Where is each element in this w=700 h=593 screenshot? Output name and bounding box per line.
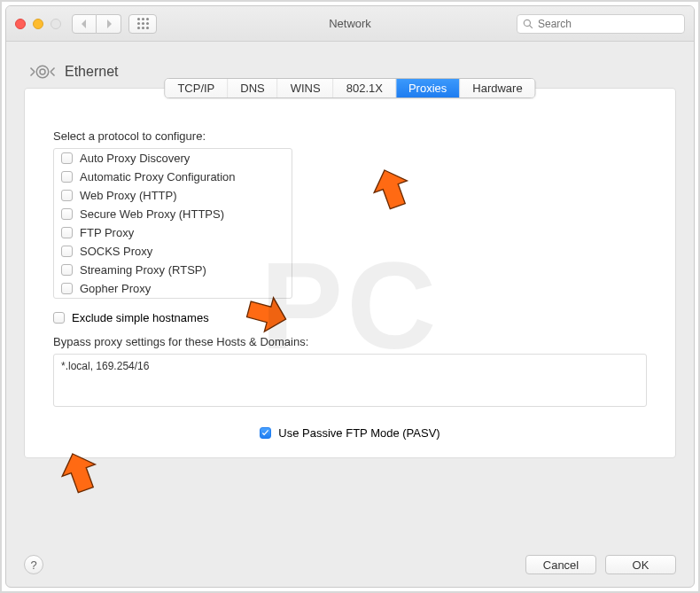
protocol-section-label: Select a protocol to configure:: [53, 129, 647, 143]
checkbox[interactable]: [61, 208, 73, 220]
forward-button[interactable]: [97, 14, 121, 34]
titlebar: Network: [6, 6, 694, 42]
protocol-label: Secure Web Proxy (HTTPS): [80, 207, 224, 221]
checkbox[interactable]: [61, 283, 73, 294]
network-window: Network Ethernet TCP/IP DNS WIN: [5, 5, 695, 588]
protocol-http[interactable]: Web Proxy (HTTP): [54, 186, 292, 205]
protocol-auto-config[interactable]: Automatic Proxy Configuration: [54, 168, 292, 186]
protocol-label: Automatic Proxy Configuration: [80, 170, 236, 183]
tab-hardware[interactable]: Hardware: [460, 79, 534, 98]
svg-point-1: [36, 66, 49, 78]
protocol-https[interactable]: Secure Web Proxy (HTTPS): [54, 205, 292, 223]
tab-bar: TCP/IP DNS WINS 802.1X Proxies Hardware: [164, 78, 535, 98]
interface-title: Ethernet: [65, 64, 118, 80]
checkbox[interactable]: [61, 227, 73, 238]
checkbox[interactable]: [61, 190, 73, 201]
pasv-row[interactable]: Use Passive FTP Mode (PASV): [53, 426, 647, 440]
search-field[interactable]: [517, 14, 685, 34]
grid-icon: [137, 18, 149, 29]
checkbox[interactable]: [61, 171, 73, 183]
window-controls: [15, 19, 61, 29]
close-icon[interactable]: [15, 19, 26, 29]
protocol-label: FTP Proxy: [80, 226, 134, 239]
svg-point-0: [40, 69, 45, 74]
checkbox[interactable]: [61, 246, 73, 257]
checkbox[interactable]: [61, 152, 73, 164]
chevron-right-icon: [105, 20, 113, 28]
exclude-checkbox[interactable]: [53, 312, 65, 324]
protocol-label: Gopher Proxy: [80, 282, 151, 295]
help-button[interactable]: ?: [24, 555, 43, 574]
protocol-label: Streaming Proxy (RTSP): [80, 263, 206, 277]
exclude-label: Exclude simple hostnames: [72, 311, 209, 324]
protocol-label: Auto Proxy Discovery: [80, 152, 190, 165]
bypass-label: Bypass proxy settings for these Hosts & …: [53, 335, 647, 348]
protocol-gopher[interactable]: Gopher Proxy: [54, 279, 292, 298]
tab-wins[interactable]: WINS: [278, 79, 334, 98]
protocol-ftp[interactable]: FTP Proxy: [54, 223, 292, 242]
minimize-icon[interactable]: [33, 19, 43, 29]
protocol-rtsp[interactable]: Streaming Proxy (RTSP): [54, 261, 292, 279]
show-all-button[interactable]: [128, 14, 157, 34]
pasv-checkbox[interactable]: [260, 427, 271, 439]
ok-button[interactable]: OK: [605, 555, 676, 574]
zoom-icon: [51, 19, 61, 29]
checkbox[interactable]: [61, 264, 73, 276]
exclude-hostnames-row[interactable]: Exclude simple hostnames: [53, 311, 647, 324]
protocol-list[interactable]: Auto Proxy Discovery Automatic Proxy Con…: [53, 148, 292, 299]
protocol-socks[interactable]: SOCKS Proxy: [54, 242, 292, 261]
protocol-auto-discovery[interactable]: Auto Proxy Discovery: [54, 149, 292, 168]
content-area: Ethernet TCP/IP DNS WINS 802.1X Proxies …: [6, 42, 694, 587]
bypass-value: *.local, 169.254/16: [61, 360, 149, 372]
tab-8021x[interactable]: 802.1X: [334, 79, 396, 98]
tab-tcpip[interactable]: TCP/IP: [165, 79, 228, 98]
back-button[interactable]: [72, 14, 97, 34]
protocol-label: SOCKS Proxy: [80, 245, 152, 258]
tab-proxies[interactable]: Proxies: [396, 79, 460, 98]
bypass-textarea[interactable]: *.local, 169.254/16: [53, 354, 647, 407]
protocol-label: Web Proxy (HTTP): [80, 189, 177, 202]
search-icon: [523, 19, 533, 29]
cancel-button[interactable]: Cancel: [525, 555, 596, 574]
dialog-footer: ? Cancel OK: [24, 555, 676, 574]
tab-dns[interactable]: DNS: [228, 79, 277, 98]
pasv-label: Use Passive FTP Mode (PASV): [278, 426, 439, 440]
ethernet-icon: [29, 61, 56, 82]
chevron-left-icon: [81, 20, 88, 28]
settings-panel: TCP/IP DNS WINS 802.1X Proxies Hardware …: [24, 88, 676, 458]
nav-buttons: [72, 14, 121, 34]
search-input[interactable]: [538, 18, 679, 30]
